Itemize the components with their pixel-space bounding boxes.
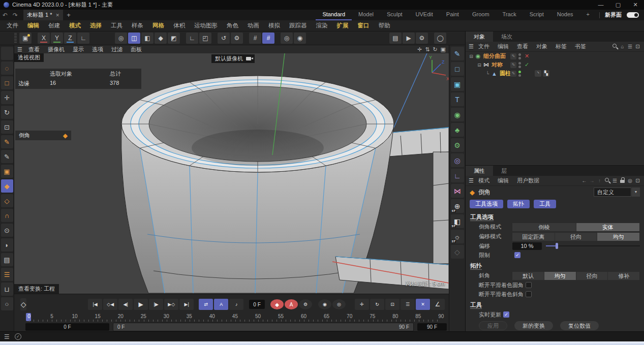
object-label[interactable]: 对称 <box>492 61 503 69</box>
vp-menu-view[interactable]: 查看 <box>24 46 44 53</box>
key-scale-icon[interactable]: ⊡ <box>385 299 400 310</box>
points-mode-icon[interactable]: ◎ <box>115 33 127 44</box>
range-start-field[interactable]: 0 F <box>25 323 109 331</box>
model-mode-icon[interactable]: ◆ <box>155 33 167 44</box>
layout-tab-sculpt[interactable]: Sculpt <box>380 10 409 20</box>
timeline-ruler[interactable]: 051015202530354045505560657075808590 <box>14 313 449 322</box>
reset-values-button[interactable]: 复位数值 <box>560 321 599 330</box>
loop-cut-icon[interactable]: ☰ <box>1 268 13 281</box>
vp-menu-filter[interactable]: 过滤 <box>107 46 127 53</box>
option-uniform[interactable]: 均匀 <box>544 272 576 280</box>
option-radial[interactable]: 径向 <box>555 233 597 241</box>
key-position-icon[interactable]: ✛ <box>355 299 369 310</box>
deformer-gear-icon[interactable]: ⚙ <box>451 138 464 152</box>
layout-tab-groom[interactable]: Groom <box>466 10 496 20</box>
commander-search-icon[interactable] <box>1 47 13 60</box>
search-icon[interactable] <box>611 43 619 50</box>
coord-system-icon[interactable]: ∟ <box>77 33 89 44</box>
symmetry-object-icon[interactable]: ⋈ <box>451 184 464 198</box>
object-label[interactable]: 细分曲面 <box>483 52 506 60</box>
limit-checkbox[interactable]: ✓ <box>514 252 520 258</box>
quantize-snap-icon[interactable]: # <box>262 33 274 44</box>
loop-icon[interactable]: ⇄ <box>199 299 213 310</box>
menu-select[interactable]: 选择 <box>85 22 106 29</box>
knife-tool-icon[interactable]: ▤ <box>1 253 13 266</box>
y-axis-lock[interactable]: Y <box>51 33 63 44</box>
generator-state-icon[interactable]: ✕ <box>525 53 529 59</box>
visibility-dots[interactable] <box>518 62 521 68</box>
prev-frame-icon[interactable]: ◀| <box>118 299 133 310</box>
attr-tab-tool[interactable]: 工具 <box>534 200 556 208</box>
key-rotation-icon[interactable]: ↻ <box>370 299 384 310</box>
spline-pen-icon[interactable]: ✎ <box>451 47 464 60</box>
polygon-box-icon[interactable]: ▣ <box>1 165 13 178</box>
axis-settings-icon[interactable]: ⚙ <box>231 33 243 44</box>
vp-menu-display[interactable]: 显示 <box>69 46 88 53</box>
om-menu-tags[interactable]: 标签 <box>551 43 571 50</box>
fcurve-icon[interactable]: ∠ <box>431 299 445 310</box>
key-settings-icon[interactable]: ⚙ <box>299 299 312 309</box>
redo-button[interactable]: ↷ <box>10 12 20 19</box>
sound-icon[interactable]: ♪ <box>229 299 243 310</box>
render-picture-viewer-icon[interactable]: ▶ <box>403 33 415 44</box>
section-topology[interactable]: 拓扑 <box>466 260 644 271</box>
edge-pen-icon[interactable]: ✎ <box>1 150 13 163</box>
polygons-mode-icon[interactable]: ◧ <box>141 33 154 44</box>
menu-tools[interactable]: 工具 <box>106 22 127 29</box>
menu-character[interactable]: 角色 <box>222 22 243 29</box>
option-patch[interactable]: 修补 <box>608 272 639 280</box>
option-uniform[interactable]: 均匀 <box>597 233 639 241</box>
layout-tab-track[interactable]: Track <box>496 10 523 20</box>
live-selection-icon[interactable]: ◌ <box>1 61 13 75</box>
layout-tab-standard[interactable]: Standard <box>316 10 352 20</box>
close-tab-icon[interactable]: ✕ <box>56 13 60 18</box>
volume-icon[interactable]: ◎ <box>451 153 464 167</box>
om-burger-icon[interactable]: ☰ <box>469 43 474 50</box>
slider-handle[interactable] <box>556 243 558 249</box>
pan-view-icon[interactable]: ✛ <box>417 46 422 53</box>
back-icon[interactable]: ← <box>580 177 588 184</box>
close-button[interactable]: ✕ <box>627 0 644 10</box>
attr-menu-edit[interactable]: 编辑 <box>494 177 513 184</box>
next-key-icon[interactable]: ▶◇ <box>164 299 178 310</box>
display-tag-icon[interactable]: ▚ <box>543 70 549 77</box>
menu-tracker[interactable]: 跟踪器 <box>285 22 312 29</box>
option-default[interactable]: 默认 <box>512 272 544 280</box>
texture-mode-icon[interactable]: ◩ <box>168 33 180 44</box>
menu-extensions[interactable]: 扩展 <box>332 22 353 29</box>
grid-snap-icon[interactable]: # <box>249 33 261 44</box>
play-icon[interactable]: ▶ <box>134 299 148 310</box>
spline-rect-icon[interactable]: □ <box>451 62 464 76</box>
viewport-canvas[interactable]: Y Z X 透视视图 默认摄像机 选取对象总计 边缘 16 378 倒角 ◆ 网… <box>14 53 449 294</box>
menu-help[interactable]: 帮助 <box>374 22 395 29</box>
visibility-dots[interactable] <box>518 71 521 77</box>
range-end-field[interactable]: 90 F <box>417 323 447 331</box>
filter-icon[interactable]: ☰ <box>626 43 634 50</box>
document-tab[interactable]: 未标题 1 * ✕ <box>23 10 63 20</box>
selection-lock-icon[interactable]: ⊙ <box>1 224 13 237</box>
text-object-icon[interactable]: T <box>451 92 464 106</box>
material-edit-icon[interactable]: ◇ <box>451 245 464 259</box>
menu-simulate[interactable]: 模拟 <box>264 22 285 29</box>
record-key-icon[interactable]: ◆ <box>270 299 284 309</box>
tab-objects[interactable]: 对象 <box>466 32 493 42</box>
light-object-icon[interactable]: ☼ST <box>451 230 464 243</box>
target-icon[interactable]: ◎ <box>626 177 634 184</box>
preset-select[interactable]: 自定义 ▼ <box>594 187 640 197</box>
extrude-tool-icon[interactable]: ◇ <box>1 194 13 207</box>
realtime-checkbox[interactable]: ✓ <box>503 311 509 318</box>
collapse-icon[interactable]: ⊟ <box>468 54 474 59</box>
option-chamfer[interactable]: 倒棱 <box>512 223 576 231</box>
layout-tab-script[interactable]: Script <box>523 10 550 20</box>
workplane-icon[interactable]: ◰ <box>199 33 211 44</box>
vp-menu-camera[interactable]: 摄像机 <box>44 46 69 53</box>
attr-tab-topology[interactable]: 拓扑 <box>507 200 530 208</box>
popout-icon[interactable]: ⊡ <box>634 43 641 50</box>
maximize-button[interactable]: ▢ <box>609 0 627 10</box>
camera-object-icon[interactable]: ◧ST <box>451 214 464 228</box>
filter-icon[interactable]: ☰ <box>611 177 619 184</box>
tab-takes[interactable]: 场次 <box>493 32 520 42</box>
break-miter-checkbox[interactable] <box>526 291 532 297</box>
scale-icon[interactable]: ⊡ <box>1 120 13 134</box>
om-menu-edit[interactable]: 编辑 <box>494 43 513 50</box>
